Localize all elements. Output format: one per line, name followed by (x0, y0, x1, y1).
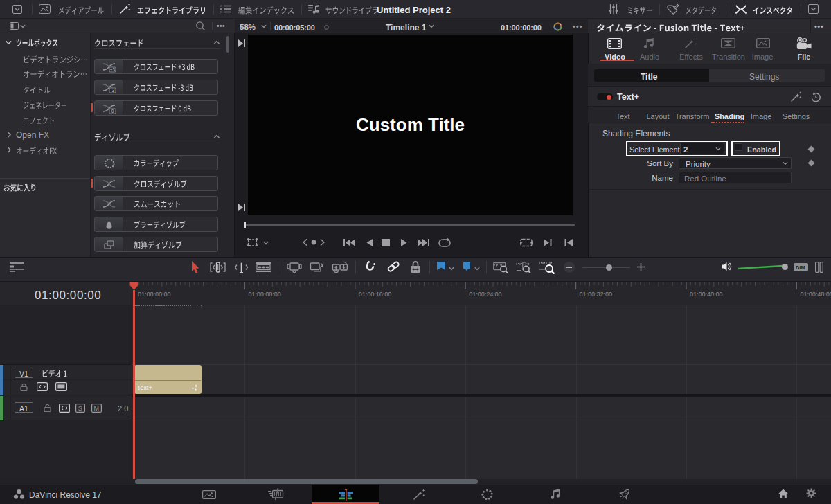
svg-text:M: M (94, 405, 100, 412)
svg-text:S: S (78, 405, 82, 412)
svg-text:-3: -3 (111, 88, 115, 93)
svg-text:0: 0 (111, 109, 114, 114)
svg-text:+3: +3 (110, 67, 116, 72)
